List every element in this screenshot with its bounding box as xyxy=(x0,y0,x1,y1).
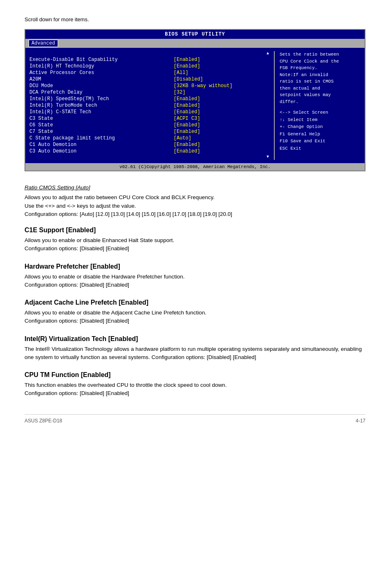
bios-row-label: A20M xyxy=(29,76,173,83)
section-body: Allows you to enable or disable Enhanced… xyxy=(25,236,365,253)
doc-section-adjacent-cache: Adjacent Cache Line Prefetch [Enabled]Al… xyxy=(25,299,365,325)
bios-row-value: [32] xyxy=(173,89,269,96)
section-body: The Intel® Virtualization Technology all… xyxy=(25,345,365,362)
bios-row: C1 Auto Demotion[Enabled] xyxy=(29,141,269,148)
bios-row: Intel(R) HT Technology[Enabled] xyxy=(29,63,269,70)
bios-settings-table: Execute-Disable Bit Capability[Enabled]I… xyxy=(29,56,269,155)
ratio-title: Ratio CMOS Setting [Auto] xyxy=(25,184,365,192)
ratio-title-text: Ratio CMOS Setting [Auto] xyxy=(25,184,90,191)
bios-row: Execute-Disable Bit Capability[Enabled] xyxy=(29,56,269,63)
bios-row-label: C7 State xyxy=(29,128,173,135)
bios-row-label: Intel(R) C-STATE Tech xyxy=(29,109,173,115)
bios-footer: v02.61 (C)Copyright 1985-2008, American … xyxy=(25,163,365,171)
section-body: Allows you to enable or disable the Hard… xyxy=(25,273,365,290)
page-footer: ASUS Z8PE-D18 4-17 xyxy=(25,414,365,424)
bios-row-value: [Enabled] xyxy=(173,63,269,70)
bios-row-label: Intel(R) HT Technology xyxy=(29,63,173,70)
bios-key-item: +- Change Option xyxy=(280,123,361,131)
bios-row: Active Processor Cores[All] xyxy=(29,70,269,76)
section-body: This function enables the overheated CPU… xyxy=(25,381,365,398)
bios-row-value: [Enabled] xyxy=(173,148,269,155)
doc-section-cpu-tm: CPU TM Function [Enabled]This function e… xyxy=(25,371,365,398)
ratio-body: Allows you to adjust the ratio between C… xyxy=(25,193,365,218)
bios-key-item: ESC Exit xyxy=(280,145,361,153)
section-body: Allows you to enable or disable the Adja… xyxy=(25,309,365,325)
bios-row-label: Intel(R) TurboMode tech xyxy=(29,102,173,109)
bios-row: C3 State[ACPI C3] xyxy=(29,115,269,122)
section-title: Adjacent Cache Line Prefetch [Enabled] xyxy=(25,299,365,306)
section-title: C1E Support [Enabled] xyxy=(25,227,365,234)
bios-row: A20M[Disabled] xyxy=(29,76,269,83)
bios-menu-advanced[interactable]: Advanced xyxy=(29,40,58,47)
scroll-note: Scroll down for more items. xyxy=(25,16,365,22)
bios-row-label: DCU Mode xyxy=(29,83,173,89)
bios-divider xyxy=(274,51,275,160)
bios-row: C State package limit setting[Auto] xyxy=(29,135,269,141)
doc-section-intel-virt: Intel(R) Virtualization Tech [Enabled]Th… xyxy=(25,335,365,362)
section-title: CPU TM Function [Enabled] xyxy=(25,371,365,379)
bios-row-value: [Enabled] xyxy=(173,102,269,109)
doc-section-c1e-support: C1E Support [Enabled]Allows you to enabl… xyxy=(25,227,365,253)
bios-row-label: C6 State xyxy=(29,122,173,128)
ratio-section: Ratio CMOS Setting [Auto] Allows you to … xyxy=(25,184,365,218)
bios-row-label: C3 Auto Demotion xyxy=(29,148,173,155)
bios-row-value: [All] xyxy=(173,70,269,76)
bios-title: BIOS SETUP UTILITY xyxy=(25,30,365,39)
bios-scroll-down: ▼ xyxy=(29,155,269,159)
bios-row-value: [Enabled] xyxy=(173,109,269,115)
bios-row-label: C State package limit setting xyxy=(29,135,173,141)
section-title: Hardware Prefetcher [Enabled] xyxy=(25,263,365,270)
bios-menu-bar: Advanced xyxy=(25,39,365,48)
bios-row-value: [Enabled] xyxy=(173,96,269,102)
bios-row: Intel(R) SpeedStep(TM) Tech[Enabled] xyxy=(29,96,269,102)
bios-row-label: Intel(R) SpeedStep(TM) Tech xyxy=(29,96,173,102)
bios-row-value: [ACPI C3] xyxy=(173,115,269,122)
bios-key-item: ↑↓ Select Item xyxy=(280,117,361,124)
bios-row: C3 Auto Demotion[Enabled] xyxy=(29,148,269,155)
doc-section-hardware-prefetcher: Hardware Prefetcher [Enabled]Allows you … xyxy=(25,263,365,290)
bios-row-value: [Auto] xyxy=(173,135,269,141)
bios-main-panel: ▲ Execute-Disable Bit Capability[Enabled… xyxy=(29,51,269,160)
bios-row-value: [Enabled] xyxy=(173,128,269,135)
bios-row-value: [Enabled] xyxy=(173,122,269,128)
bios-row: DCA Prefetch Delay[32] xyxy=(29,89,269,96)
footer-right: 4-17 xyxy=(356,418,365,424)
bios-box: BIOS SETUP UTILITY Advanced ▲ Execute-Di… xyxy=(25,29,365,171)
bios-row: C6 State[Enabled] xyxy=(29,122,269,128)
bios-row-label: C3 State xyxy=(29,115,173,122)
footer-left: ASUS Z8PE-D18 xyxy=(25,418,62,424)
bios-row-label: DCA Prefetch Delay xyxy=(29,89,173,96)
bios-row-value: [Enabled] xyxy=(173,56,269,63)
bios-row: C7 State[Enabled] xyxy=(29,128,269,135)
bios-key-item: <--> Select Screen xyxy=(280,109,361,117)
bios-row-value: [Enabled] xyxy=(173,141,269,148)
bios-row-label: C1 Auto Demotion xyxy=(29,141,173,148)
bios-key-item: F1 General Help xyxy=(280,131,361,138)
bios-row-value: [Disabled] xyxy=(173,76,269,83)
bios-keys: <--> Select Screen↑↓ Select Item+- Chang… xyxy=(280,109,361,153)
bios-row: Intel(R) C-STATE Tech[Enabled] xyxy=(29,109,269,115)
bios-scroll-up: ▲ xyxy=(29,51,269,56)
bios-row-label: Active Processor Cores xyxy=(29,70,173,76)
bios-help-panel: Sets the ratio betweenCPU Core Clock and… xyxy=(280,51,361,160)
bios-key-item: F10 Save and Exit xyxy=(280,138,361,145)
bios-row: Intel(R) TurboMode tech[Enabled] xyxy=(29,102,269,109)
bios-help-text: Sets the ratio betweenCPU Core Clock and… xyxy=(280,51,361,105)
section-title: Intel(R) Virtualization Tech [Enabled] xyxy=(25,335,365,343)
bios-row-value: [32KB 8-way without] xyxy=(173,83,269,89)
bios-row-label: Execute-Disable Bit Capability xyxy=(29,56,173,63)
bios-content: ▲ Execute-Disable Bit Capability[Enabled… xyxy=(25,48,365,163)
bios-row: DCU Mode[32KB 8-way without] xyxy=(29,83,269,89)
